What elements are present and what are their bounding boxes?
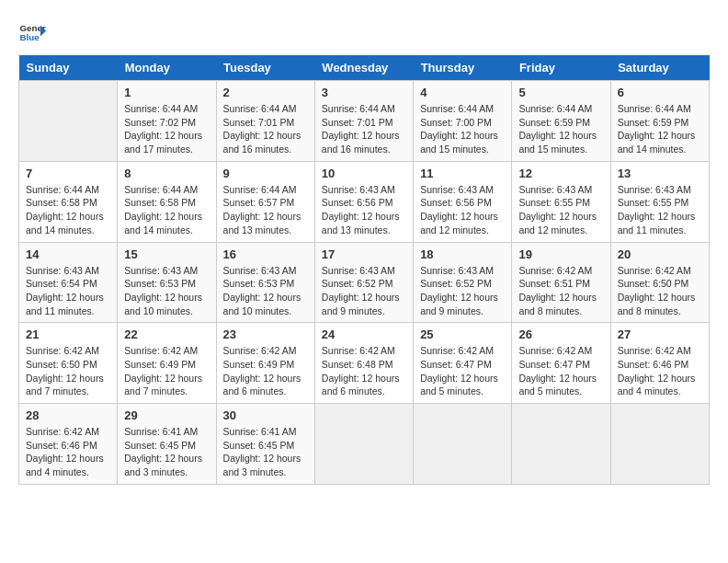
page-header: General Blue <box>18 18 710 46</box>
calendar-cell: 8Sunrise: 6:44 AMSunset: 6:58 PMDaylight… <box>118 161 216 242</box>
day-info: Sunrise: 6:44 AMSunset: 7:01 PMDaylight:… <box>322 102 406 156</box>
day-number: 21 <box>26 327 110 341</box>
day-number: 8 <box>124 167 209 180</box>
logo-icon: General Blue <box>18 18 46 46</box>
day-number: 7 <box>26 167 110 180</box>
calendar-cell: 12Sunrise: 6:43 AMSunset: 6:55 PMDayligh… <box>512 161 610 242</box>
day-info: Sunrise: 6:44 AMSunset: 7:01 PMDaylight:… <box>223 102 308 156</box>
day-info: Sunrise: 6:44 AMSunset: 6:58 PMDaylight:… <box>124 183 209 237</box>
calendar-cell: 29Sunrise: 6:41 AMSunset: 6:45 PMDayligh… <box>118 404 216 485</box>
calendar-cell: 5Sunrise: 6:44 AMSunset: 6:59 PMDaylight… <box>512 81 610 162</box>
day-number: 23 <box>223 327 308 341</box>
day-info: Sunrise: 6:44 AMSunset: 6:59 PMDaylight:… <box>518 102 603 156</box>
calendar-cell: 10Sunrise: 6:43 AMSunset: 6:56 PMDayligh… <box>314 161 413 242</box>
day-info: Sunrise: 6:43 AMSunset: 6:55 PMDaylight:… <box>518 183 603 237</box>
day-info: Sunrise: 6:44 AMSunset: 6:58 PMDaylight:… <box>26 183 110 237</box>
day-info: Sunrise: 6:42 AMSunset: 6:49 PMDaylight:… <box>124 344 209 398</box>
day-number: 6 <box>618 86 702 99</box>
day-info: Sunrise: 6:42 AMSunset: 6:48 PMDaylight:… <box>322 344 406 398</box>
day-number: 2 <box>223 86 308 99</box>
calendar-cell <box>314 404 413 485</box>
calendar-cell: 13Sunrise: 6:43 AMSunset: 6:55 PMDayligh… <box>610 161 709 242</box>
col-header-wednesday: Wednesday <box>314 55 413 81</box>
day-number: 14 <box>26 247 110 261</box>
day-info: Sunrise: 6:43 AMSunset: 6:52 PMDaylight:… <box>420 264 505 318</box>
calendar-week-1: 1Sunrise: 6:44 AMSunset: 7:02 PMDaylight… <box>19 81 710 162</box>
calendar-cell: 16Sunrise: 6:43 AMSunset: 6:53 PMDayligh… <box>216 242 314 323</box>
day-number: 4 <box>420 86 505 99</box>
svg-text:Blue: Blue <box>20 32 40 42</box>
calendar-cell: 4Sunrise: 6:44 AMSunset: 7:00 PMDaylight… <box>414 81 512 162</box>
day-info: Sunrise: 6:42 AMSunset: 6:50 PMDaylight:… <box>618 264 702 318</box>
day-info: Sunrise: 6:44 AMSunset: 6:57 PMDaylight:… <box>223 183 308 237</box>
calendar-cell: 17Sunrise: 6:43 AMSunset: 6:52 PMDayligh… <box>314 242 413 323</box>
calendar-cell <box>610 404 709 485</box>
day-number: 24 <box>322 327 406 341</box>
col-header-saturday: Saturday <box>610 55 709 81</box>
calendar-cell: 26Sunrise: 6:42 AMSunset: 6:47 PMDayligh… <box>512 323 610 404</box>
calendar-week-5: 28Sunrise: 6:42 AMSunset: 6:46 PMDayligh… <box>19 404 710 485</box>
day-info: Sunrise: 6:42 AMSunset: 6:49 PMDaylight:… <box>223 344 308 398</box>
calendar-cell: 27Sunrise: 6:42 AMSunset: 6:46 PMDayligh… <box>610 323 709 404</box>
calendar-cell: 30Sunrise: 6:41 AMSunset: 6:45 PMDayligh… <box>216 404 314 485</box>
col-header-monday: Monday <box>118 55 216 81</box>
calendar-cell: 2Sunrise: 6:44 AMSunset: 7:01 PMDaylight… <box>216 81 314 162</box>
calendar-cell: 15Sunrise: 6:43 AMSunset: 6:53 PMDayligh… <box>118 242 216 323</box>
calendar-cell: 28Sunrise: 6:42 AMSunset: 6:46 PMDayligh… <box>19 404 118 485</box>
calendar-cell: 18Sunrise: 6:43 AMSunset: 6:52 PMDayligh… <box>414 242 512 323</box>
day-info: Sunrise: 6:43 AMSunset: 6:56 PMDaylight:… <box>322 183 406 237</box>
day-number: 11 <box>420 167 505 180</box>
day-info: Sunrise: 6:42 AMSunset: 6:46 PMDaylight:… <box>618 344 702 398</box>
day-number: 16 <box>223 247 308 261</box>
day-info: Sunrise: 6:42 AMSunset: 6:51 PMDaylight:… <box>518 264 603 318</box>
day-number: 5 <box>518 86 603 99</box>
day-number: 9 <box>223 167 308 180</box>
day-info: Sunrise: 6:43 AMSunset: 6:54 PMDaylight:… <box>26 264 110 318</box>
day-info: Sunrise: 6:42 AMSunset: 6:50 PMDaylight:… <box>26 344 110 398</box>
day-info: Sunrise: 6:42 AMSunset: 6:46 PMDaylight:… <box>26 425 110 479</box>
day-number: 22 <box>124 327 209 341</box>
day-number: 28 <box>26 408 110 422</box>
calendar-week-4: 21Sunrise: 6:42 AMSunset: 6:50 PMDayligh… <box>19 323 710 404</box>
day-number: 3 <box>322 86 406 99</box>
calendar-cell: 24Sunrise: 6:42 AMSunset: 6:48 PMDayligh… <box>314 323 413 404</box>
day-info: Sunrise: 6:42 AMSunset: 6:47 PMDaylight:… <box>420 344 505 398</box>
day-number: 20 <box>618 247 702 261</box>
calendar-cell: 19Sunrise: 6:42 AMSunset: 6:51 PMDayligh… <box>512 242 610 323</box>
calendar-cell: 23Sunrise: 6:42 AMSunset: 6:49 PMDayligh… <box>216 323 314 404</box>
calendar-header-row: SundayMondayTuesdayWednesdayThursdayFrid… <box>19 55 710 81</box>
day-number: 29 <box>124 408 209 422</box>
day-info: Sunrise: 6:44 AMSunset: 7:02 PMDaylight:… <box>124 102 209 156</box>
calendar-cell: 9Sunrise: 6:44 AMSunset: 6:57 PMDaylight… <box>216 161 314 242</box>
day-number: 1 <box>124 86 209 99</box>
col-header-thursday: Thursday <box>414 55 512 81</box>
calendar-cell: 22Sunrise: 6:42 AMSunset: 6:49 PMDayligh… <box>118 323 216 404</box>
day-info: Sunrise: 6:44 AMSunset: 6:59 PMDaylight:… <box>618 102 702 156</box>
day-number: 17 <box>322 247 406 261</box>
day-number: 19 <box>518 247 603 261</box>
calendar-cell: 14Sunrise: 6:43 AMSunset: 6:54 PMDayligh… <box>19 242 118 323</box>
day-info: Sunrise: 6:43 AMSunset: 6:53 PMDaylight:… <box>223 264 308 318</box>
day-number: 26 <box>518 327 603 341</box>
col-header-friday: Friday <box>512 55 610 81</box>
calendar-cell: 21Sunrise: 6:42 AMSunset: 6:50 PMDayligh… <box>19 323 118 404</box>
day-info: Sunrise: 6:43 AMSunset: 6:56 PMDaylight:… <box>420 183 505 237</box>
day-number: 10 <box>322 167 406 180</box>
day-info: Sunrise: 6:42 AMSunset: 6:47 PMDaylight:… <box>518 344 603 398</box>
day-number: 25 <box>420 327 505 341</box>
calendar-cell <box>512 404 610 485</box>
day-info: Sunrise: 6:44 AMSunset: 7:00 PMDaylight:… <box>420 102 505 156</box>
day-info: Sunrise: 6:43 AMSunset: 6:55 PMDaylight:… <box>618 183 702 237</box>
calendar-cell <box>414 404 512 485</box>
calendar-cell: 3Sunrise: 6:44 AMSunset: 7:01 PMDaylight… <box>314 81 413 162</box>
calendar-cell: 11Sunrise: 6:43 AMSunset: 6:56 PMDayligh… <box>414 161 512 242</box>
calendar-week-3: 14Sunrise: 6:43 AMSunset: 6:54 PMDayligh… <box>19 242 710 323</box>
col-header-tuesday: Tuesday <box>216 55 314 81</box>
calendar-cell: 25Sunrise: 6:42 AMSunset: 6:47 PMDayligh… <box>414 323 512 404</box>
calendar-cell <box>19 81 118 162</box>
day-info: Sunrise: 6:41 AMSunset: 6:45 PMDaylight:… <box>124 425 209 479</box>
calendar-week-2: 7Sunrise: 6:44 AMSunset: 6:58 PMDaylight… <box>19 161 710 242</box>
calendar-cell: 1Sunrise: 6:44 AMSunset: 7:02 PMDaylight… <box>118 81 216 162</box>
col-header-sunday: Sunday <box>19 55 118 81</box>
calendar-cell: 6Sunrise: 6:44 AMSunset: 6:59 PMDaylight… <box>610 81 709 162</box>
